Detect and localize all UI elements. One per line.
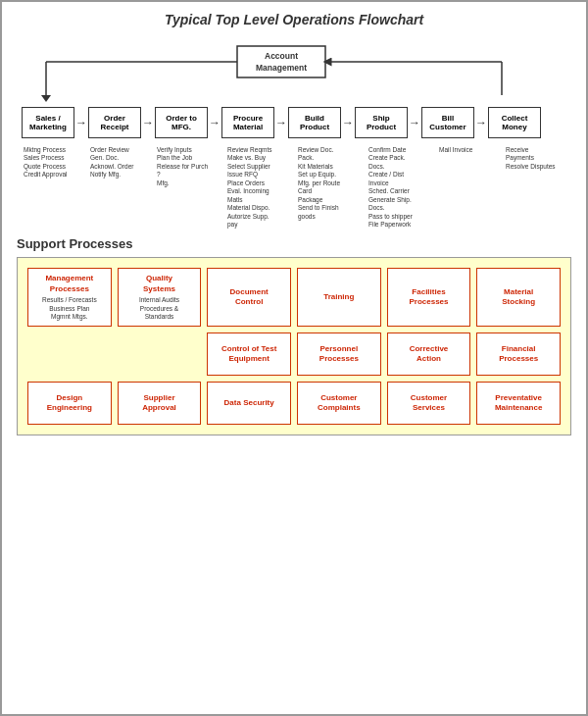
- support-box-customer-services: CustomerServices: [387, 382, 471, 425]
- support-grid-container: ManagementProcesses Results / ForecastsB…: [17, 257, 571, 435]
- support-box-supplier-approval: SupplierApproval: [118, 382, 202, 425]
- svg-text:Account: Account: [265, 51, 298, 61]
- support-box-control-test-equipment: Control of TestEquipment: [207, 332, 291, 376]
- subprocess-procure: Review ReqmtsMake vs. BuySelect Supplier…: [225, 146, 282, 229]
- arrow-3: →: [208, 116, 221, 129]
- flow-diagram-top: Account Management: [22, 41, 580, 105]
- arrow-6: →: [408, 116, 421, 129]
- process-box-collect: CollectMoney: [488, 107, 541, 138]
- process-box-bill: BillCustomer: [421, 107, 474, 138]
- subprocess-sales: Mktng ProcessSales ProcessQuote ProcessC…: [22, 146, 74, 229]
- page: Typical Top Level Operations Flowchart A…: [0, 0, 588, 716]
- process-box-order-mfg: Order toMFG.: [155, 107, 208, 138]
- process-box-procure: ProcureMaterial: [221, 107, 274, 138]
- support-box-material-stocking: MaterialStocking: [476, 268, 561, 327]
- subprocess-collect: Receive PaymentsResolve Disputes: [504, 146, 561, 229]
- subprocess-build: Review Doc. Pack.Kit MaterialsSet up Equ…: [296, 146, 353, 229]
- support-title: Support Processes: [17, 236, 571, 251]
- support-box-management-processes: ManagementProcesses Results / ForecastsB…: [27, 268, 112, 327]
- support-grid: ManagementProcesses Results / ForecastsB…: [27, 268, 561, 425]
- process-box-build: BuildProduct: [288, 107, 341, 138]
- support-box-preventative-maintenance: PreventativeMaintenance: [476, 382, 561, 425]
- support-box-document-control: DocumentControl: [207, 268, 291, 327]
- process-row: Sales /Marketing → OrderReceipt → Order …: [22, 107, 566, 138]
- process-box-order-receipt: OrderReceipt: [88, 107, 141, 138]
- svg-marker-6: [41, 95, 51, 102]
- arrow-7: →: [474, 116, 488, 129]
- subprocess-order-mfg: Verify InputsPlan the JobRelease for Pur…: [155, 146, 212, 229]
- arrow-1: →: [74, 116, 88, 129]
- process-box-ship: ShipProduct: [355, 107, 408, 138]
- arrow-5: →: [341, 116, 355, 129]
- support-box-corrective-action: CorrectiveAction: [387, 332, 471, 376]
- support-section: Support Processes ManagementProcesses Re…: [17, 236, 571, 435]
- subprocess-order-receipt: Order ReviewGen. Doc.Acknowl. OrderNotif…: [88, 146, 141, 229]
- support-box-quality-systems: QualitySystems Internal AuditsProcedures…: [118, 268, 202, 327]
- support-box-data-security: Data Security: [207, 382, 291, 425]
- arrow-4: →: [274, 116, 288, 129]
- support-box-personnel-processes: PersonnelProcesses: [297, 332, 381, 376]
- page-title: Typical Top Level Operations Flowchart: [17, 12, 571, 27]
- subprocess-bill: Mail Invoice: [437, 146, 490, 229]
- support-box-design-engineering: DesignEngineering: [27, 382, 112, 425]
- arrow-2: →: [141, 116, 155, 129]
- support-box-financial-processes: FinancialProcesses: [476, 332, 561, 376]
- support-box-facilities-processes: FacilitiesProcesses: [387, 268, 471, 327]
- process-box-sales: Sales /Marketing: [22, 107, 74, 138]
- support-box-training: Training: [297, 268, 381, 327]
- subprocess-ship: Confirm DateCreate Pack. Docs.Create / D…: [367, 146, 423, 229]
- subprocess-row: Mktng ProcessSales ProcessQuote ProcessC…: [22, 146, 566, 229]
- svg-text:Management: Management: [256, 63, 307, 73]
- support-box-customer-complaints: CustomerComplaints: [297, 382, 381, 425]
